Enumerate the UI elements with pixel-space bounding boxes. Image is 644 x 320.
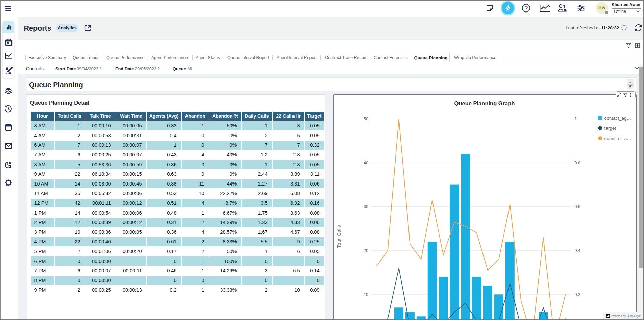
svg-text:Total Calls: Total Calls xyxy=(336,225,341,248)
svg-text:0.4: 0.4 xyxy=(574,248,580,253)
svg-text:0.6: 0.6 xyxy=(574,204,580,209)
svg-text:0.2: 0.2 xyxy=(574,292,580,297)
svg-text:Queue Planning Graph: Queue Planning Graph xyxy=(454,100,515,106)
svg-text:target: target xyxy=(604,126,616,131)
svg-text:1: 1 xyxy=(574,117,577,121)
svg-text:0.8: 0.8 xyxy=(574,161,580,165)
svg-text:contact_ag…: contact_ag… xyxy=(604,116,631,121)
svg-text:20: 20 xyxy=(364,248,368,253)
svg-text:40: 40 xyxy=(364,161,368,165)
svg-text:30: 30 xyxy=(364,204,368,209)
svg-text:10: 10 xyxy=(364,292,368,297)
svg-text:50: 50 xyxy=(364,117,368,121)
svg-text:count_of_a…: count_of_a… xyxy=(604,136,631,141)
